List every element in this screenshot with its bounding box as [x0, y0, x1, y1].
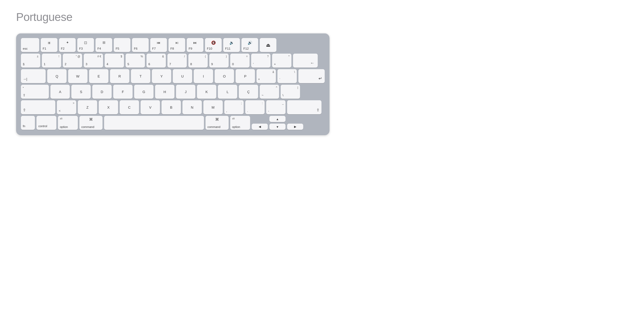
asdf-row: • ⇪ A S D F G H J K L Ç [21, 85, 325, 99]
qwerty-row: →| Q W E R T Y U I O P ã [21, 69, 325, 83]
key-a[interactable]: A [50, 85, 70, 99]
key-z[interactable]: Z [78, 100, 97, 114]
arrow-cluster: ▲ ◀ ▼ ▶ [252, 116, 303, 130]
key-fn[interactable]: fn [21, 116, 35, 130]
bottom-row: fn control alt option ⌘ command ⌘ comman… [21, 116, 325, 130]
key-command-right[interactable]: ⌘ command [206, 116, 229, 130]
zxcv-row: ⇧ > < Z X C V B N M ; , : [21, 100, 325, 114]
key-arrow-left[interactable]: ◀ [252, 124, 268, 130]
key-asterisk[interactable]: * + [272, 54, 291, 68]
key-backspace[interactable]: ← [293, 54, 318, 68]
key-period[interactable]: : . [245, 100, 265, 114]
key-f6[interactable]: F6 [132, 38, 149, 52]
keyboard: esc ☀︎ F1 ✦ F2 ⊡ F3 ⊞ F4 F5 F6 ⏮ F7 [16, 33, 330, 135]
key-5[interactable]: % 5 [126, 54, 145, 68]
key-f7[interactable]: ⏮ F7 [150, 38, 167, 52]
key-q[interactable]: Q [47, 69, 67, 83]
key-rshift[interactable]: ⇧ [287, 100, 321, 114]
key-f9[interactable]: ⏭ F9 [187, 38, 203, 52]
key-caps[interactable]: • ⇪ [21, 85, 49, 99]
key-f[interactable]: F [113, 85, 133, 99]
page-title: Portuguese [16, 11, 72, 24]
key-u[interactable]: U [173, 69, 192, 83]
key-6[interactable]: & 6 [147, 54, 166, 68]
key-k[interactable]: K [197, 85, 216, 99]
key-y[interactable]: Y [152, 69, 171, 83]
key-b[interactable]: B [162, 100, 181, 114]
key-o[interactable]: O [215, 69, 234, 83]
key-h[interactable]: H [155, 85, 174, 99]
key-control[interactable]: control [36, 116, 56, 130]
key-8[interactable]: ( 8 [188, 54, 208, 68]
key-d[interactable]: D [92, 85, 112, 99]
key-2[interactable]: " @ 2 [63, 54, 82, 68]
key-e[interactable]: E [89, 69, 108, 83]
key-t[interactable]: T [131, 69, 150, 83]
key-v[interactable]: V [141, 100, 160, 114]
key-lessthan[interactable]: > < [57, 100, 76, 114]
key-f5[interactable]: F5 [114, 38, 130, 52]
key-esc[interactable]: esc [21, 38, 39, 52]
key-arrow-up[interactable]: ▲ [269, 116, 286, 122]
key-n[interactable]: N [182, 100, 202, 114]
key-7[interactable]: / 7 [167, 54, 187, 68]
key-f11[interactable]: 🔉 F11 [223, 38, 240, 52]
key-backtick[interactable]: \ ` [277, 69, 297, 83]
key-f3[interactable]: ⊡ F3 [77, 38, 94, 52]
key-0[interactable]: = 0 [230, 54, 250, 68]
key-g[interactable]: G [134, 85, 153, 99]
key-caret[interactable]: ^ ~ [260, 85, 279, 99]
key-w[interactable]: W [68, 69, 87, 83]
key-1[interactable]: ! 1 [42, 54, 61, 68]
key-f12[interactable]: 🔊 F12 [241, 38, 258, 52]
key-s[interactable]: S [71, 85, 91, 99]
key-question[interactable]: ? ' [251, 54, 270, 68]
key-f8[interactable]: ⏯ F8 [169, 38, 185, 52]
key-x[interactable]: X [99, 100, 118, 114]
key-l[interactable]: L [218, 85, 237, 99]
key-space[interactable] [104, 116, 204, 130]
key-f2[interactable]: ✦ F2 [59, 38, 76, 52]
key-minus[interactable]: _ - [266, 100, 286, 114]
key-plus[interactable]: ã º [257, 69, 276, 83]
key-tab[interactable]: →| [21, 69, 46, 83]
key-arrow-down[interactable]: ▼ [269, 124, 286, 130]
key-ccedilla[interactable]: Ç [239, 85, 258, 99]
key-lshift[interactable]: ⇧ [21, 100, 55, 114]
key-f1[interactable]: ☀︎ F1 [41, 38, 57, 52]
key-c[interactable]: C [120, 100, 139, 114]
key-r[interactable]: R [110, 69, 129, 83]
key-f10[interactable]: 🔇 F10 [205, 38, 222, 52]
key-arrow-right[interactable]: ▶ [287, 124, 303, 130]
key-section[interactable]: ± § [21, 54, 40, 68]
key-pipe[interactable]: | \ [281, 85, 300, 99]
key-return[interactable]: ↵ [298, 69, 325, 83]
fn-row: esc ☀︎ F1 ✦ F2 ⊡ F3 ⊞ F4 F5 F6 ⏮ F7 [21, 38, 325, 52]
key-j[interactable]: J [176, 85, 195, 99]
key-comma[interactable]: ; , [224, 100, 244, 114]
key-command-left[interactable]: ⌘ command [79, 116, 103, 130]
number-row: ± § ! 1 " @ 2 # € 3 $ 4 % 5 & 6 / 7 [21, 54, 325, 68]
key-i[interactable]: I [194, 69, 213, 83]
key-9[interactable]: ) 9 [209, 54, 229, 68]
key-eject[interactable]: ⏏ [260, 38, 276, 52]
key-3[interactable]: # € 3 [84, 54, 103, 68]
key-p[interactable]: P [236, 69, 255, 83]
key-option-right[interactable]: alt option [230, 116, 250, 130]
key-4[interactable]: $ 4 [105, 54, 124, 68]
key-m[interactable]: M [203, 100, 223, 114]
key-f4[interactable]: ⊞ F4 [96, 38, 112, 52]
key-option-left[interactable]: alt option [58, 116, 78, 130]
